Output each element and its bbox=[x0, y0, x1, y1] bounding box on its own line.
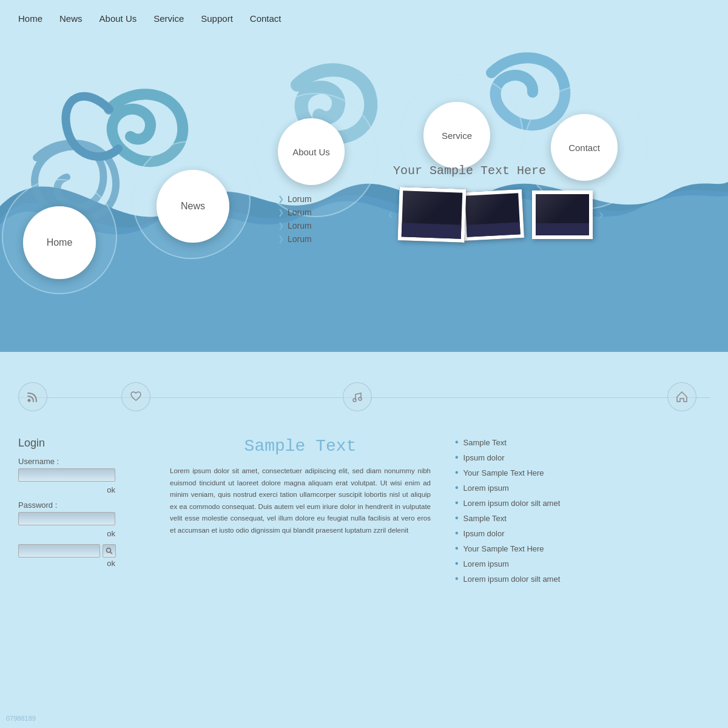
sample-body: Lorem ipsum dolor sit amet, consectetuer… bbox=[170, 465, 431, 536]
music-icon-button[interactable] bbox=[343, 382, 372, 411]
search-input[interactable] bbox=[18, 544, 100, 558]
password-input[interactable] bbox=[18, 512, 115, 525]
svg-point-1 bbox=[353, 399, 356, 402]
news-button-label: News bbox=[181, 201, 205, 212]
about-button-label: About Us bbox=[292, 147, 330, 157]
login-title: Login bbox=[18, 437, 146, 450]
home-bottom-icon-button[interactable] bbox=[667, 382, 696, 411]
right-list-ul: Sample TextIpsum dolorYour Sample Text H… bbox=[455, 437, 698, 584]
home-button-label: Home bbox=[47, 237, 73, 248]
home-bottom-icon bbox=[675, 390, 689, 403]
svg-point-2 bbox=[359, 397, 362, 400]
search-row bbox=[18, 544, 146, 558]
contact-button-label: Contact bbox=[568, 143, 600, 153]
service-button-label: Service bbox=[442, 130, 472, 141]
top-navigation: Home News About Us Service Support Conta… bbox=[18, 13, 281, 24]
photo-strip: ‹ › bbox=[385, 188, 607, 241]
wave-list-item-1: Lorum bbox=[278, 194, 312, 204]
photo-nav-right[interactable]: › bbox=[596, 204, 606, 226]
ok-button-2[interactable]: ok bbox=[18, 529, 115, 538]
home-button[interactable]: Home bbox=[23, 206, 96, 279]
login-section: Login Username : ok Password : ok ok bbox=[18, 437, 146, 568]
wave-list-item-4: Lorum bbox=[278, 234, 312, 244]
right-list-item-9: Lorem ipsum dolor silt amet bbox=[455, 573, 698, 584]
nav-support[interactable]: Support bbox=[201, 13, 233, 24]
password-label: Password : bbox=[18, 500, 146, 510]
right-list-item-0: Sample Text bbox=[455, 437, 698, 448]
watermark: 07988189 bbox=[6, 715, 36, 722]
rss-icon bbox=[26, 390, 39, 403]
search-ok[interactable]: ok bbox=[18, 559, 115, 568]
right-list-item-5: Sample Text bbox=[455, 513, 698, 524]
contact-button[interactable]: Contact bbox=[551, 114, 618, 181]
username-input[interactable] bbox=[18, 468, 115, 482]
photo-frame-1 bbox=[398, 187, 467, 243]
wave-sample-heading: Your Sample Text Here bbox=[393, 164, 546, 178]
nav-contact[interactable]: Contact bbox=[250, 13, 281, 24]
ok-button-1[interactable]: ok bbox=[18, 485, 115, 494]
wave-list-item-2: Lorum bbox=[278, 207, 312, 217]
music-icon bbox=[351, 390, 364, 403]
photo-frame-3 bbox=[532, 190, 593, 239]
heart-icon-button[interactable] bbox=[121, 382, 150, 411]
right-list-item-7: Your Sample Text Here bbox=[455, 543, 698, 554]
right-list-item-1: Ipsum dolor bbox=[455, 452, 698, 463]
sample-title: Sample Text bbox=[170, 437, 431, 456]
right-list-item-6: Ipsum dolor bbox=[455, 528, 698, 539]
right-list-item-8: Lorem ipsum bbox=[455, 558, 698, 569]
photo-frame-2 bbox=[461, 189, 524, 241]
right-list-item-4: Lorem ipsum dolor silt amet bbox=[455, 497, 698, 508]
svg-point-3 bbox=[107, 548, 111, 553]
news-button[interactable]: News bbox=[157, 170, 229, 243]
photo-nav-left[interactable]: ‹ bbox=[385, 204, 396, 226]
right-list: Sample TextIpsum dolorYour Sample Text H… bbox=[455, 437, 698, 588]
nav-about[interactable]: About Us bbox=[99, 13, 137, 24]
nav-home[interactable]: Home bbox=[18, 13, 42, 24]
svg-point-0 bbox=[28, 399, 31, 402]
heart-icon bbox=[129, 390, 143, 403]
about-button[interactable]: About Us bbox=[278, 118, 345, 185]
rss-icon-button[interactable] bbox=[18, 382, 47, 411]
service-button[interactable]: Service bbox=[423, 102, 490, 169]
nav-service[interactable]: Service bbox=[153, 13, 184, 24]
right-list-item-3: Lorem ipsum bbox=[455, 482, 698, 493]
search-button[interactable] bbox=[103, 544, 116, 558]
wave-list-item-3: Lorum bbox=[278, 221, 312, 231]
right-list-item-2: Your Sample Text Here bbox=[455, 467, 698, 478]
username-label: Username : bbox=[18, 457, 146, 466]
svg-line-4 bbox=[110, 552, 113, 554]
main-content: Sample Text Lorem ipsum dolor sit amet, … bbox=[170, 437, 431, 536]
search-icon bbox=[106, 547, 113, 554]
wave-bullet-list: Lorum Lorum Lorum Lorum bbox=[278, 194, 312, 248]
nav-news[interactable]: News bbox=[59, 13, 83, 24]
